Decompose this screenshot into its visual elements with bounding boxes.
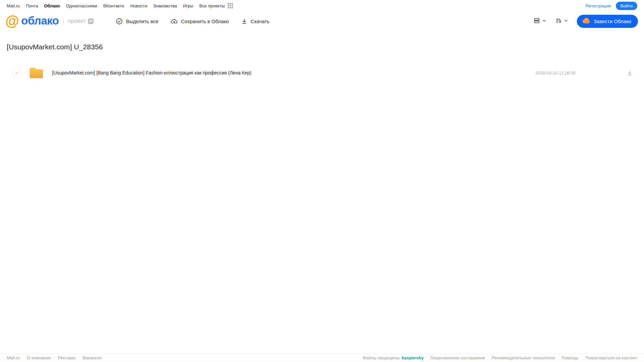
footer-about-link[interactable]: О компании	[27, 355, 51, 360]
cloud-logo[interactable]: @ облако проект vk	[5, 14, 94, 28]
row-checkbox[interactable]	[12, 68, 21, 77]
footer-left-links: Mail.ru О компании Реклама Вакансии	[7, 355, 102, 360]
select-all-button[interactable]: Выделить все	[116, 18, 158, 25]
protected-by-label: Файлы защищены	[363, 355, 400, 360]
all-projects-grid-icon[interactable]	[228, 3, 233, 8]
sort-dropdown[interactable]	[555, 17, 568, 25]
page-footer: Mail.ru О компании Реклама Вакансии Файл…	[0, 353, 644, 362]
topnav-odnoklassniki[interactable]: Одноклассники	[66, 3, 97, 8]
download-label: Скачать	[251, 18, 269, 24]
topnav-mailru[interactable]: Mail.ru	[7, 3, 20, 8]
footer-jobs-link[interactable]: Вакансии	[83, 355, 102, 360]
cloud-logo-text: облако	[21, 15, 59, 28]
main-content: [UsupovMarket.com] U_28356 [UsupovMarket…	[0, 31, 644, 81]
kaspersky-protection: Файлы защищены kaspersky	[363, 355, 424, 360]
save-to-cloud-button[interactable]: Сохранить в Облако	[170, 18, 229, 25]
portal-topbar: Mail.ru Почта Облако Одноклассники ВКонт…	[0, 0, 644, 11]
cloud-header: @ облако проект vk Выделить все Сохранит…	[0, 11, 644, 31]
download-icon	[241, 18, 248, 25]
footer-mailru-link[interactable]: Mail.ru	[7, 355, 20, 360]
chevron-down-icon	[564, 18, 568, 24]
get-cloud-label: Завести Облако	[594, 18, 631, 24]
chevron-down-icon	[542, 18, 546, 24]
page-title: [UsupovMarket.com] U_28356	[0, 43, 644, 51]
get-cloud-button[interactable]: Завести Облако	[577, 15, 638, 28]
topnav-all-projects[interactable]: Все проекты	[199, 3, 225, 8]
cloud-public-page: Mail.ru Почта Облако Одноклассники ВКонт…	[0, 0, 644, 362]
footer-ads-link[interactable]: Реклама	[58, 355, 76, 360]
login-button[interactable]: Войти	[616, 2, 637, 10]
list-view-icon	[533, 17, 540, 25]
row-download-icon[interactable]	[627, 70, 633, 76]
file-actions-toolbar: Выделить все Сохранить в Облако Скачать	[116, 18, 269, 25]
footer-help-link[interactable]: Помощь	[561, 355, 578, 360]
topnav-vkontakte[interactable]: ВКонтакте	[103, 3, 125, 8]
logo-divider	[63, 17, 64, 25]
footer-report-link[interactable]: Пожаловаться на контент	[585, 355, 637, 360]
header-right-controls: Завести Облако	[533, 15, 638, 28]
topnav-news[interactable]: Новости	[130, 3, 147, 8]
registration-link[interactable]: Регистрация	[586, 3, 611, 8]
mailru-at-icon: @	[5, 14, 19, 28]
save-to-cloud-label: Сохранить в Облако	[181, 18, 229, 24]
view-mode-dropdown[interactable]	[533, 17, 546, 25]
footer-right-links: Файлы защищены kaspersky Лицензионное со…	[363, 355, 637, 360]
kaspersky-logo[interactable]: kaspersky	[402, 355, 424, 360]
cloud-upload-icon	[170, 18, 178, 25]
footer-license-link[interactable]: Лицензионное соглашение	[430, 355, 485, 360]
sort-icon	[555, 17, 562, 25]
topnav-dating[interactable]: Знакомства	[153, 3, 177, 8]
topnav-mail[interactable]: Почта	[26, 3, 38, 8]
topbar-auth-area: Регистрация Войти	[586, 2, 637, 10]
file-row[interactable]: [UsupovMarket.com] [Bang Bang Education]…	[0, 65, 644, 81]
file-modified-date: 2018-03-10 11:26:00	[535, 70, 576, 75]
file-list: [UsupovMarket.com] [Bang Bang Education]…	[0, 65, 644, 81]
vk-badge-icon: vk	[88, 18, 94, 24]
project-vk-label: проект vk	[68, 18, 94, 24]
check-circle-icon	[116, 18, 123, 25]
footer-recommendations-link[interactable]: Рекомендательные технологии	[492, 355, 555, 360]
cloud-orange-icon	[582, 18, 590, 25]
topnav-games[interactable]: Игры	[183, 3, 193, 8]
download-button[interactable]: Скачать	[241, 18, 269, 25]
file-name-link[interactable]: [UsupovMarket.com] [Bang Bang Education]…	[52, 70, 251, 75]
topnav-cloud[interactable]: Облако	[44, 3, 60, 8]
check-icon	[14, 71, 19, 75]
folder-icon	[29, 67, 44, 79]
project-text: проект	[68, 18, 86, 24]
select-all-label: Выделить все	[126, 18, 158, 24]
